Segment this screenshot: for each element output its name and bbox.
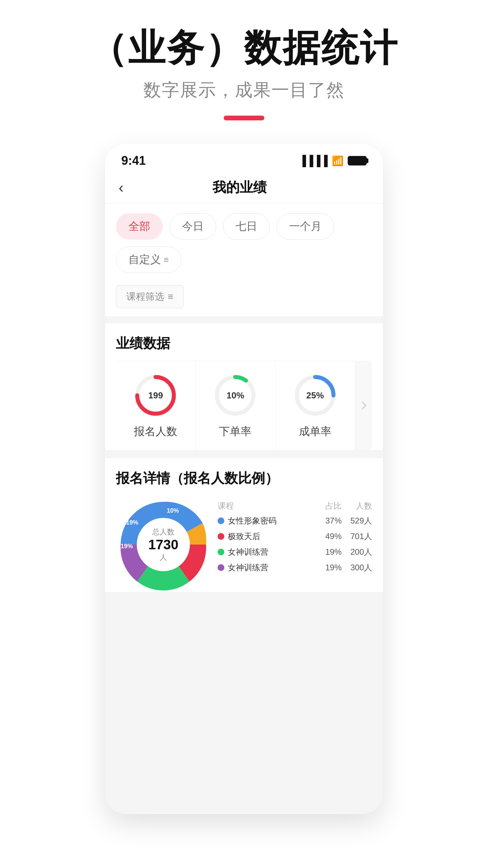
legend-dot-0 (218, 517, 224, 524)
main-title: （业务）数据统计 (14, 27, 474, 68)
legend-dot-1 (218, 533, 224, 540)
legend-col-pct: 占比 (318, 500, 342, 511)
donut-registrations: 199 (134, 373, 178, 417)
pie-total-label: 总人数 (152, 528, 175, 536)
metric-value-order-rate: 10% (226, 390, 244, 401)
legend-pct-more: 19% (318, 563, 342, 572)
filter-tab-today[interactable]: 今日 (169, 213, 216, 240)
metric-label-close-rate: 成单率 (299, 424, 331, 439)
status-bar: 9:41 ▐▐▐▐ 📶 (105, 144, 383, 171)
legend-item-more: 女神训练营 19% 300人 (218, 562, 372, 573)
donut-close-rate: 25% (293, 373, 337, 417)
nav-title: 我的业绩 (124, 178, 356, 197)
pie-center-info: 总人数 1730 人 (148, 527, 179, 563)
pie-total-unit: 人 (160, 553, 167, 561)
performance-section: 业绩数据 199 报名人数 (105, 323, 383, 450)
pie-chart: 总人数 1730 人 10% 19% 19% (116, 497, 211, 592)
signal-icon: ▐▐▐▐ (299, 155, 328, 166)
course-filter-button[interactable]: 课程筛选 ≡ (116, 285, 184, 308)
red-bar-decoration (224, 116, 264, 120)
legend-count-1: 701人 (345, 531, 372, 542)
legend-col-course: 课程 (218, 500, 314, 511)
legend-item-1: 极致天后 49% 701人 (218, 531, 372, 542)
detail-title: 报名详情（报名人数比例） (116, 469, 372, 488)
phone-mockup: 9:41 ▐▐▐▐ 📶 ‹ 我的业绩 全部 今日 七日 一个月 (105, 144, 383, 814)
filter-tab-all[interactable]: 全部 (116, 213, 163, 240)
metric-cards: 199 报名人数 10% 下单率 (116, 361, 372, 450)
legend-pct-2: 19% (318, 547, 342, 557)
legend-pct-0: 37% (318, 516, 342, 526)
extra-card-hint (355, 361, 372, 450)
performance-title: 业绩数据 (116, 334, 372, 353)
legend-dot-2 (218, 549, 224, 555)
filter-tab-1month[interactable]: 一个月 (277, 213, 334, 240)
filter-list-icon: ≡ (168, 291, 173, 302)
filter-icon: ≡ (164, 255, 169, 265)
header-section: （业务）数据统计 数字展示，成果一目了然 (0, 0, 488, 134)
metric-card-close-rate: 25% 成单率 (276, 361, 355, 450)
filter-tabs: 全部 今日 七日 一个月 自定义 ≡ (105, 204, 383, 280)
metric-value-registrations: 199 (148, 390, 163, 401)
section-gap-1 (105, 316, 383, 323)
legend-name-more: 女神训练营 (228, 562, 314, 573)
legend-item-0: 女性形象密码 37% 529人 (218, 515, 372, 526)
nav-bar: ‹ 我的业绩 (105, 171, 383, 204)
pie-label-10a: 10% (167, 507, 179, 514)
legend-dot-more (218, 564, 224, 571)
metric-card-registrations: 199 报名人数 (116, 361, 196, 450)
legend-count-0: 529人 (345, 515, 372, 526)
metric-card-order-rate: 10% 下单率 (196, 361, 275, 450)
metric-value-close-rate: 25% (306, 390, 324, 401)
course-filter-row: 课程筛选 ≡ (105, 280, 383, 316)
pie-label-19a: 19% (126, 519, 138, 526)
legend-count-2: 200人 (345, 547, 372, 557)
pie-total-value: 1730 (148, 537, 179, 552)
pie-area: 总人数 1730 人 10% 19% 19% 课程 占比 人数 (116, 497, 372, 592)
metric-label-registrations: 报名人数 (134, 424, 177, 439)
legend-name-0: 女性形象密码 (228, 515, 314, 526)
section-gap-2 (105, 450, 383, 458)
legend-col-count: 人数 (345, 500, 372, 511)
sub-title: 数字展示，成果一目了然 (14, 78, 474, 102)
battery-icon (348, 156, 367, 165)
legend-header: 课程 占比 人数 (218, 500, 372, 511)
metric-label-order-rate: 下单率 (219, 424, 251, 439)
status-icons: ▐▐▐▐ 📶 (299, 155, 367, 166)
filter-tab-custom[interactable]: 自定义 ≡ (116, 246, 181, 273)
content-area: 全部 今日 七日 一个月 自定义 ≡ 课程筛选 ≡ (105, 204, 383, 814)
wifi-icon: 📶 (332, 155, 344, 166)
legend-count-more: 300人 (345, 562, 372, 573)
detail-section: 报名详情（报名人数比例） (105, 458, 383, 592)
legend-name-1: 极致天后 (228, 531, 314, 542)
status-time: 9:41 (121, 154, 146, 168)
filter-tab-7days[interactable]: 七日 (223, 213, 270, 240)
back-button[interactable]: ‹ (119, 179, 124, 196)
legend-pct-1: 49% (318, 532, 342, 541)
donut-order-rate: 10% (213, 373, 257, 417)
pie-label-19b: 19% (121, 543, 133, 550)
legend-item-2: 女神训练营 19% 200人 (218, 547, 372, 557)
legend-area: 课程 占比 人数 女性形象密码 37% 529人 极致天后 49% (211, 497, 372, 578)
legend-name-2: 女神训练营 (228, 547, 314, 557)
